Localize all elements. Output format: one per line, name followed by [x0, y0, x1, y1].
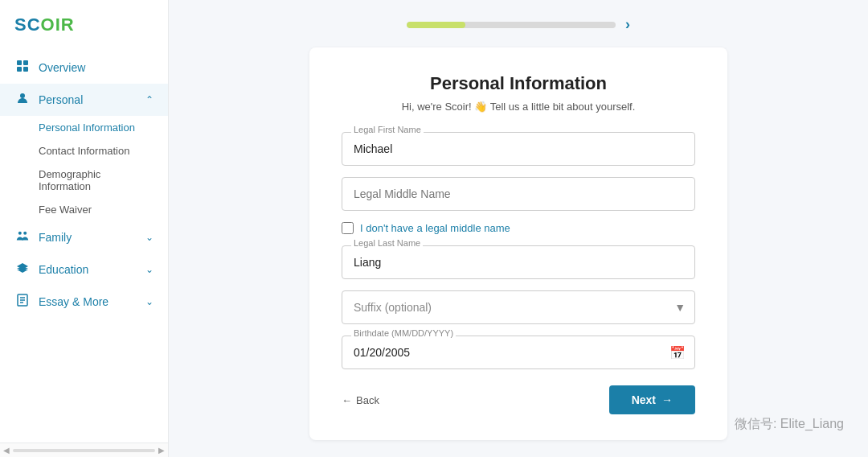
- svg-rect-0: [17, 60, 22, 65]
- sidebar-item-personal[interactable]: Personal ⌃: [0, 84, 168, 116]
- sidebar-navigation: Overview Personal ⌃ Personal Information…: [0, 47, 168, 443]
- logo: SCOIR: [0, 0, 168, 47]
- sidebar-item-education-label: Education: [39, 263, 88, 276]
- sidebar-item-overview[interactable]: Overview: [0, 51, 168, 84]
- first-name-input[interactable]: [342, 132, 695, 166]
- middle-name-input[interactable]: [342, 177, 695, 211]
- sidebar: SCOIR Overview Personal ⌃ Personal Infor…: [0, 0, 169, 457]
- next-arrow-icon: →: [661, 393, 673, 406]
- last-name-label: Legal Last Name: [351, 238, 423, 248]
- sidebar-item-education[interactable]: Education ⌄: [0, 253, 168, 286]
- no-middle-name-label[interactable]: I don't have a legal middle name: [360, 222, 510, 234]
- back-button-label: Back: [356, 394, 379, 406]
- svg-rect-3: [23, 67, 28, 72]
- sidebar-item-contact-information[interactable]: Contact Information: [39, 139, 168, 163]
- svg-point-6: [23, 232, 27, 235]
- progress-chevron-icon[interactable]: ›: [625, 16, 630, 33]
- user-icon: [14, 92, 31, 108]
- suffix-field: Suffix (optional) Jr. Sr. II III IV ▼: [342, 290, 695, 324]
- sidebar-item-family[interactable]: Family ⌄: [0, 221, 168, 253]
- progress-bar-fill: [407, 22, 465, 28]
- no-middle-name-row: I don't have a legal middle name: [342, 222, 695, 234]
- next-button[interactable]: Next →: [609, 385, 695, 414]
- svg-point-5: [18, 232, 22, 235]
- sidebar-item-essay-more[interactable]: Essay & More ⌄: [0, 286, 168, 318]
- sidebar-item-personal-label: Personal: [39, 93, 83, 106]
- personal-subnav: Personal Information Contact Information…: [0, 116, 168, 221]
- scroll-right-arrow[interactable]: ▶: [158, 446, 165, 455]
- suffix-select[interactable]: Suffix (optional) Jr. Sr. II III IV: [342, 290, 695, 324]
- no-middle-name-checkbox[interactable]: [342, 222, 354, 234]
- action-row: ← Back Next →: [342, 385, 695, 414]
- sidebar-item-demographic-information[interactable]: Demographic Information: [39, 163, 168, 198]
- form-card: Personal Information Hi, we're Scoir! 👋 …: [309, 47, 727, 440]
- family-icon: [14, 229, 31, 245]
- back-arrow-icon: ←: [342, 394, 352, 406]
- last-name-input[interactable]: [342, 245, 695, 279]
- next-button-label: Next: [632, 393, 656, 406]
- birthdate-input[interactable]: [342, 336, 695, 369]
- grid-icon: [14, 60, 31, 76]
- scroll-left-arrow[interactable]: ◀: [3, 446, 10, 455]
- chevron-down-family-icon: ⌄: [145, 232, 154, 243]
- svg-point-4: [20, 93, 25, 98]
- first-name-label: Legal First Name: [351, 125, 424, 134]
- sidebar-item-essay-label: Essay & More: [39, 295, 108, 308]
- back-button[interactable]: ← Back: [342, 394, 379, 406]
- logo-text: SCOIR: [14, 14, 75, 35]
- education-icon: [14, 261, 31, 278]
- progress-area: ›: [201, 16, 836, 33]
- birthdate-field: Birthdate (MM/DD/YYYY) 📅: [342, 336, 695, 369]
- main-content: › Personal Information Hi, we're Scoir! …: [169, 0, 868, 457]
- sidebar-item-family-label: Family: [39, 231, 72, 244]
- form-subtitle: Hi, we're Scoir! 👋 Tell us a little bit …: [342, 101, 695, 113]
- sidebar-item-personal-information[interactable]: Personal Information: [39, 116, 168, 139]
- sidebar-item-overview-label: Overview: [39, 61, 85, 74]
- sidebar-item-fee-waiver[interactable]: Fee Waiver: [39, 198, 168, 221]
- form-title: Personal Information: [342, 73, 695, 94]
- horizontal-scroll: ◀ ▶: [3, 446, 165, 455]
- chevron-down-education-icon: ⌄: [145, 264, 154, 275]
- chevron-down-essay-icon: ⌄: [145, 296, 154, 307]
- essay-icon: [14, 294, 31, 310]
- middle-name-field: [342, 177, 695, 211]
- svg-rect-1: [23, 60, 28, 65]
- birthdate-label: Birthdate (MM/DD/YYYY): [351, 328, 456, 338]
- chevron-up-icon: ⌃: [145, 94, 154, 105]
- svg-rect-2: [17, 67, 22, 72]
- first-name-field: Legal First Name: [342, 132, 695, 166]
- sidebar-scrollbar[interactable]: ◀ ▶: [0, 443, 168, 457]
- last-name-field: Legal Last Name: [342, 245, 695, 279]
- progress-bar-container: [407, 22, 616, 28]
